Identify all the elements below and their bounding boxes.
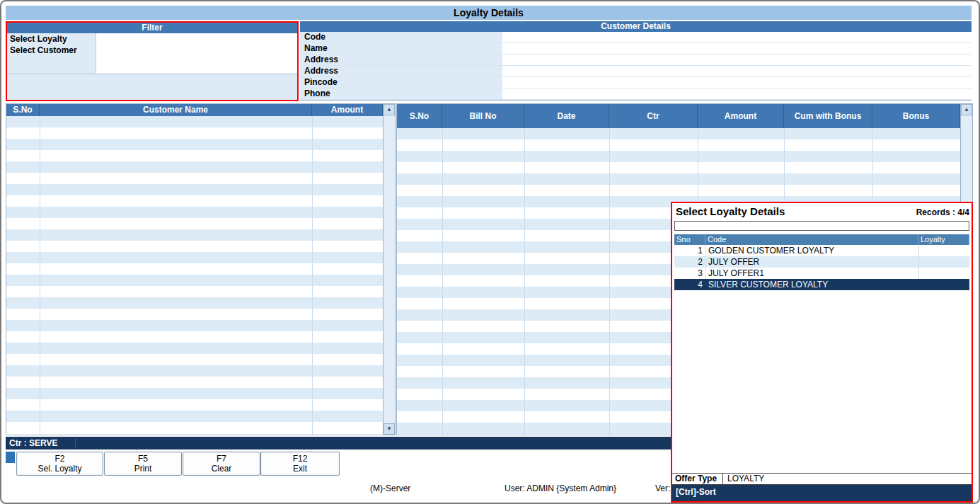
offer-type-value: LOYALTY: [723, 474, 764, 484]
popup-title: Select Loyalty Details: [676, 205, 785, 217]
grid-row-empty: [6, 184, 383, 195]
column-divider: [524, 128, 525, 435]
customer-grid: S.No Customer Name Amount ▲ ▼: [6, 103, 396, 435]
grid-row-empty: [6, 365, 383, 377]
col-header-sno: S.No: [6, 104, 40, 116]
exit-button[interactable]: F12 Exit: [260, 452, 340, 476]
grid-row-empty: [397, 173, 960, 185]
scroll-down-icon[interactable]: ▼: [384, 423, 395, 435]
clear-button[interactable]: F7 Clear: [183, 452, 260, 476]
loyalty-list: 1GOLDEN CUSTOMER LOYALTY2JULY OFFER3JULY…: [674, 245, 969, 290]
filter-panel: Filter Select Loyalty Select Customer: [6, 21, 299, 101]
grid-row-empty: [6, 343, 383, 354]
toolbar-accent: [6, 452, 15, 463]
status-divider: [75, 438, 76, 448]
cell-sno: 2: [674, 256, 705, 268]
button-key: F12: [293, 454, 308, 464]
filter-header: Filter: [7, 23, 297, 33]
detail-value-address-2: [502, 66, 972, 76]
server-mode-text: (M)-Server: [370, 483, 410, 493]
column-divider: [442, 128, 443, 435]
popup-col-code: Code: [705, 234, 918, 245]
cell-loyalty: [918, 268, 969, 279]
sort-hint-bar: [Ctrl]-Sort: [672, 485, 972, 501]
app-window: Loyalty Details Filter Select Loyalty Se…: [0, 0, 980, 504]
grid-row-empty: [397, 139, 960, 151]
detail-row-phone: Phone: [300, 88, 972, 100]
grid-row-empty: [6, 297, 383, 309]
col-header-amount: Amount: [698, 104, 784, 128]
column-divider: [609, 128, 610, 435]
cell-sno: 1: [674, 245, 705, 256]
scroll-up-icon[interactable]: ▲: [961, 104, 972, 115]
col-header-amount: Amount: [312, 104, 383, 116]
customer-grid-scrollbar[interactable]: ▲ ▼: [383, 104, 395, 435]
offer-type-row: Offer Type LOYALTY: [672, 473, 972, 485]
grid-row-empty: [6, 309, 383, 320]
loyalty-popup: Select Loyalty Details Records : 4/4 Sno…: [671, 202, 973, 503]
grid-row-empty: [6, 252, 383, 263]
popup-col-loyalty: Loyalty: [918, 234, 969, 245]
select-customer-value[interactable]: [96, 45, 297, 56]
filter-value-extra: [96, 56, 297, 74]
user-text: User: ADMIN {System Admin}: [505, 483, 616, 493]
counter-status-text: Ctr : SERVE: [9, 438, 57, 448]
customer-grid-rows: [6, 116, 383, 435]
detail-value-address-1: [502, 55, 972, 65]
col-header-sno: S.No: [397, 104, 442, 128]
select-loyalty-value[interactable]: [96, 33, 297, 45]
print-button[interactable]: F5 Print: [104, 452, 182, 476]
cell-loyalty: [918, 279, 969, 290]
grid-row-empty: [6, 116, 383, 127]
button-label: Clear: [212, 464, 232, 474]
loyalty-search-input[interactable]: [674, 221, 969, 231]
cell-code: JULY OFFER: [705, 256, 918, 268]
scroll-up-icon[interactable]: ▲: [384, 104, 395, 115]
grid-row-empty: [6, 173, 383, 184]
grid-row-empty: [397, 162, 960, 173]
filter-label-select-customer: Select Customer: [7, 45, 96, 56]
sel-loyalty-button[interactable]: F2 Sel. Loyalty: [16, 452, 103, 476]
loyalty-table: Sno Code Loyalty 1GOLDEN CUSTOMER LOYALT…: [674, 234, 969, 290]
filter-input-area: [96, 33, 297, 74]
grid-row-empty: [6, 275, 383, 286]
detail-label-pincode: Pincode: [300, 77, 502, 88]
button-label: Sel. Loyalty: [38, 464, 81, 474]
cell-loyalty: [918, 256, 969, 268]
loyalty-list-item[interactable]: 3JULY OFFER1: [674, 268, 969, 279]
grid-row-empty: [6, 207, 383, 218]
col-header-bonus: Bonus: [872, 104, 960, 128]
detail-label-address-2: Address: [300, 66, 502, 76]
cell-code: JULY OFFER1: [705, 268, 918, 279]
col-header-bill-no: Bill No: [442, 104, 524, 128]
col-header-date: Date: [524, 104, 609, 128]
counter-status-bar: Ctr : SERVE: [6, 437, 671, 449]
grid-row-empty: [6, 241, 383, 252]
col-header-ctr: Ctr: [609, 104, 698, 128]
grid-row-empty: [6, 150, 383, 161]
button-label: Exit: [293, 464, 307, 474]
grid-row-empty: [6, 263, 383, 275]
detail-value-code: [502, 32, 972, 42]
detail-row-name: Name: [300, 43, 972, 55]
loyalty-list-item[interactable]: 2JULY OFFER: [674, 256, 969, 268]
detail-label-address-1: Address: [300, 55, 502, 65]
detail-label-phone: Phone: [300, 88, 502, 99]
filter-label-select-loyalty: Select Loyalty: [7, 33, 96, 45]
detail-row-pincode: Pincode: [300, 77, 972, 88]
grid-row-empty: [6, 354, 383, 365]
loyalty-list-item[interactable]: 1GOLDEN CUSTOMER LOYALTY: [674, 245, 969, 256]
grid-row-empty: [6, 139, 383, 150]
grid-row-empty: [6, 127, 383, 139]
cell-sno: 3: [674, 268, 705, 279]
button-key: F2: [54, 454, 64, 464]
customer-details-panel: Customer Details Code Name Address Addre…: [300, 21, 972, 101]
grid-row-empty: [6, 218, 383, 229]
scroll-track[interactable]: [384, 115, 395, 423]
records-badge: Records : 4/4: [916, 207, 969, 217]
grid-row-empty: [6, 331, 383, 343]
detail-value-name: [502, 43, 972, 54]
version-text: Ver:: [655, 483, 670, 493]
loyalty-list-item[interactable]: 4SILVER CUSTOMER LOYALTY: [674, 279, 969, 290]
grid-row-empty: [6, 399, 383, 411]
